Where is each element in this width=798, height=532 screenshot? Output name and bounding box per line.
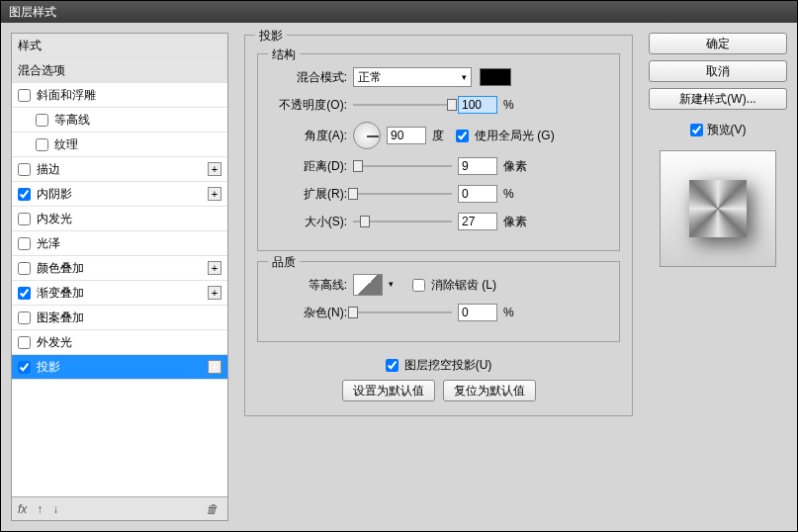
blend-mode-select[interactable]: 正常 xyxy=(353,67,472,87)
style-checkbox[interactable] xyxy=(18,262,31,275)
add-effect-icon[interactable]: + xyxy=(208,162,222,176)
global-light-checkbox[interactable] xyxy=(456,130,469,142)
style-label: 斜面和浮雕 xyxy=(37,87,96,104)
style-label: 颜色叠加 xyxy=(37,260,84,277)
style-checkbox[interactable] xyxy=(18,361,31,374)
angle-label: 角度(A): xyxy=(270,128,347,144)
size-unit: 像素 xyxy=(503,214,527,230)
style-checkbox[interactable] xyxy=(18,89,31,102)
spread-unit: % xyxy=(503,187,514,201)
style-label: 内发光 xyxy=(37,211,72,227)
spread-label: 扩展(R): xyxy=(270,186,347,203)
preview-box xyxy=(660,150,776,267)
style-checkbox[interactable] xyxy=(18,311,31,324)
style-checkbox[interactable] xyxy=(18,237,31,250)
style-label: 渐变叠加 xyxy=(37,285,84,302)
trash-icon[interactable]: 🗑 xyxy=(206,502,218,516)
opacity-input[interactable]: 100 xyxy=(458,96,497,114)
style-list-footer: fx ↑ ↓ 🗑 xyxy=(12,496,227,520)
window-titlebar[interactable]: 图层样式 xyxy=(1,1,797,23)
style-row-11[interactable]: 投影+ xyxy=(12,355,227,380)
style-checkbox[interactable] xyxy=(18,336,31,349)
noise-unit: % xyxy=(503,306,514,319)
set-default-button[interactable]: 设置为默认值 xyxy=(342,380,435,401)
right-button-panel: 确定 取消 新建样式(W)... 预览(V) xyxy=(649,33,787,521)
antialias-label: 消除锯齿 (L) xyxy=(431,277,496,294)
style-label: 光泽 xyxy=(37,235,60,252)
distance-slider[interactable] xyxy=(353,159,452,173)
angle-unit: 度 xyxy=(432,128,444,144)
style-label: 外发光 xyxy=(37,334,72,351)
style-checkbox[interactable] xyxy=(18,287,31,300)
new-style-button[interactable]: 新建样式(W)... xyxy=(649,88,787,110)
add-effect-icon[interactable]: + xyxy=(208,261,222,275)
global-light-label: 使用全局光 (G) xyxy=(475,128,555,144)
style-checkbox[interactable] xyxy=(18,188,31,201)
spread-input[interactable]: 0 xyxy=(458,185,497,203)
noise-slider[interactable] xyxy=(353,306,452,319)
style-row-4[interactable]: 内阴影+ xyxy=(12,182,227,207)
style-label: 图案叠加 xyxy=(37,310,84,326)
distance-input[interactable]: 9 xyxy=(458,157,497,175)
contour-picker[interactable] xyxy=(353,274,383,296)
style-row-2[interactable]: 纹理 xyxy=(12,133,227,157)
opacity-unit: % xyxy=(503,98,514,112)
add-effect-icon[interactable]: + xyxy=(208,187,222,201)
style-list-panel: 样式 混合选项 斜面和浮雕等高线纹理描边+内阴影+内发光光泽颜色叠加+渐变叠加+… xyxy=(11,33,228,521)
size-input[interactable]: 27 xyxy=(458,213,497,230)
window-title: 图层样式 xyxy=(9,5,56,19)
preview-checkbox[interactable] xyxy=(690,124,703,136)
content-area: 样式 混合选项 斜面和浮雕等高线纹理描边+内阴影+内发光光泽颜色叠加+渐变叠加+… xyxy=(1,23,797,531)
preview-object xyxy=(689,180,747,237)
style-row-3[interactable]: 描边+ xyxy=(12,157,227,182)
blending-label: 混合选项 xyxy=(18,62,65,79)
spread-slider[interactable] xyxy=(353,187,452,201)
style-row-1[interactable]: 等高线 xyxy=(12,108,227,133)
layer-style-dialog: 图层样式 样式 混合选项 斜面和浮雕等高线纹理描边+内阴影+内发光光泽颜色叠加+… xyxy=(0,0,798,532)
style-label: 纹理 xyxy=(54,136,78,153)
style-checkbox[interactable] xyxy=(36,114,48,127)
style-label: 描边 xyxy=(37,161,60,178)
style-row-0[interactable]: 斜面和浮雕 xyxy=(12,83,227,108)
styles-header[interactable]: 样式 xyxy=(12,34,227,58)
move-down-icon[interactable]: ↓ xyxy=(52,502,58,516)
distance-unit: 像素 xyxy=(503,158,527,175)
drop-shadow-legend: 投影 xyxy=(255,28,287,44)
quality-fieldset: 品质 等高线: 消除锯齿 (L) 杂色(N): 0 % xyxy=(257,261,620,342)
style-row-8[interactable]: 渐变叠加+ xyxy=(12,281,227,306)
styles-header-label: 样式 xyxy=(18,38,42,54)
opacity-slider[interactable] xyxy=(353,98,452,112)
style-row-5[interactable]: 内发光 xyxy=(12,207,227,231)
quality-legend: 品质 xyxy=(268,254,300,271)
distance-label: 距离(D): xyxy=(270,158,347,175)
style-checkbox[interactable] xyxy=(18,163,31,176)
move-up-icon[interactable]: ↑ xyxy=(37,502,43,516)
noise-label: 杂色(N): xyxy=(270,305,347,321)
angle-input[interactable]: 90 xyxy=(387,127,426,144)
antialias-checkbox[interactable] xyxy=(412,279,425,292)
ok-button[interactable]: 确定 xyxy=(649,33,787,54)
opacity-label: 不透明度(O): xyxy=(270,97,347,114)
blending-options[interactable]: 混合选项 xyxy=(12,58,227,83)
fx-menu[interactable]: fx xyxy=(18,502,27,516)
style-row-7[interactable]: 颜色叠加+ xyxy=(12,256,227,281)
reset-default-button[interactable]: 复位为默认值 xyxy=(443,380,536,401)
add-effect-icon[interactable]: + xyxy=(208,360,222,374)
style-row-9[interactable]: 图案叠加 xyxy=(12,306,227,330)
angle-dial[interactable] xyxy=(353,122,381,149)
structure-fieldset: 结构 混合模式: 正常 不透明度(O): 100 % 角度(A): xyxy=(257,53,620,251)
contour-label: 等高线: xyxy=(270,277,347,294)
size-slider[interactable] xyxy=(353,215,452,228)
noise-input[interactable]: 0 xyxy=(458,304,497,321)
drop-shadow-fieldset: 投影 结构 混合模式: 正常 不透明度(O): 100 % xyxy=(244,35,633,416)
settings-panel: 投影 结构 混合模式: 正常 不透明度(O): 100 % xyxy=(238,33,639,521)
style-row-10[interactable]: 外发光 xyxy=(12,330,227,355)
add-effect-icon[interactable]: + xyxy=(208,286,222,300)
knockout-checkbox[interactable] xyxy=(386,359,399,372)
shadow-color-swatch[interactable] xyxy=(480,68,511,86)
blend-mode-label: 混合模式: xyxy=(270,69,347,86)
cancel-button[interactable]: 取消 xyxy=(649,60,787,82)
style-row-6[interactable]: 光泽 xyxy=(12,231,227,256)
style-checkbox[interactable] xyxy=(36,138,48,151)
style-checkbox[interactable] xyxy=(18,213,31,225)
